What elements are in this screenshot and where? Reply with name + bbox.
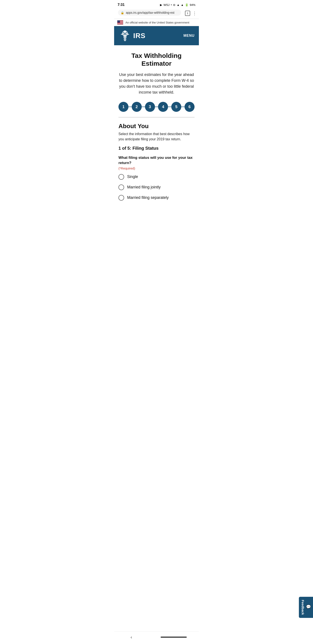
lock-icon: 🔒	[121, 11, 124, 14]
step-line-3	[155, 106, 158, 107]
step-line-1	[128, 106, 132, 107]
sub-title: 1 of 5: Filing Status	[118, 146, 195, 151]
section-title: About You	[118, 123, 195, 130]
step-line-4	[168, 106, 171, 107]
status-time: 7:31	[118, 3, 125, 7]
menu-button[interactable]: MENU	[183, 34, 195, 38]
radio-option-married-jointly[interactable]: Married filing jointly	[118, 184, 195, 190]
irs-eagle-icon	[118, 29, 131, 42]
step-1[interactable]: 1	[118, 102, 128, 112]
wifi-icon: ▲	[177, 3, 180, 6]
svg-point-3	[124, 30, 126, 33]
required-label: (*Required)	[118, 166, 195, 170]
step-line-5	[181, 106, 185, 107]
signal-icon: ▲	[181, 3, 184, 6]
radio-single[interactable]	[118, 174, 124, 180]
radio-married-jointly[interactable]	[118, 184, 124, 190]
battery-percent: 94%	[190, 3, 195, 6]
address-bar[interactable]: 🔒 apps.irs.gov/app/tax-withholding-est	[118, 10, 181, 16]
gov-banner-text: An official website of the United States…	[125, 21, 189, 24]
step-line-2	[142, 106, 145, 107]
page-title: Tax Withholding Estimator	[118, 52, 195, 68]
radio-option-married-separately[interactable]: Married filing separately	[118, 195, 195, 200]
irs-header: IRS MENU	[114, 26, 199, 45]
more-menu-icon[interactable]: ⋮	[192, 11, 197, 16]
radio-single-label: Single	[127, 174, 138, 179]
steps-indicator: 1 2 3 4 5 6	[118, 102, 195, 112]
page-subtitle: Use your best estimates for the year ahe…	[118, 72, 195, 95]
step-5[interactable]: 5	[171, 102, 181, 112]
step-3[interactable]: 3	[145, 102, 155, 112]
irs-logo: IRS	[118, 29, 145, 42]
section-divider	[118, 117, 195, 118]
radio-option-single[interactable]: Single	[118, 174, 195, 180]
radio-married-separately[interactable]	[118, 195, 124, 200]
dot-icon: •	[171, 3, 172, 6]
status-icons: ▶ WSJ • ⊖ ▲ ▲ 🔋 94%	[160, 3, 195, 6]
radio-married-separately-label: Married filing separately	[127, 196, 169, 200]
play-icon: ▶	[160, 3, 162, 6]
irs-text: IRS	[133, 32, 145, 40]
main-content: Tax Withholding Estimator Use your best …	[114, 45, 199, 210]
question-text: What filing status will you use for your…	[118, 155, 195, 166]
url-text: apps.irs.gov/app/tax-withholding-est	[126, 11, 178, 14]
status-bar: 7:31 ▶ WSJ • ⊖ ▲ ▲ 🔋 94%	[114, 0, 199, 9]
radio-married-jointly-label: Married filing jointly	[127, 185, 161, 190]
svg-point-2	[123, 34, 126, 40]
dnd-icon: ⊖	[173, 3, 175, 6]
gov-banner: An official website of the United States…	[114, 19, 199, 26]
step-4[interactable]: 4	[158, 102, 168, 112]
tab-switcher[interactable]: 1	[185, 11, 190, 16]
section-desc: Select the information that best describ…	[118, 132, 195, 142]
battery-icon: 🔋	[185, 3, 188, 6]
step-6[interactable]: 6	[185, 102, 195, 112]
us-flag-icon	[117, 20, 123, 24]
wsj-label: WSJ	[163, 3, 169, 6]
step-2[interactable]: 2	[132, 102, 142, 112]
